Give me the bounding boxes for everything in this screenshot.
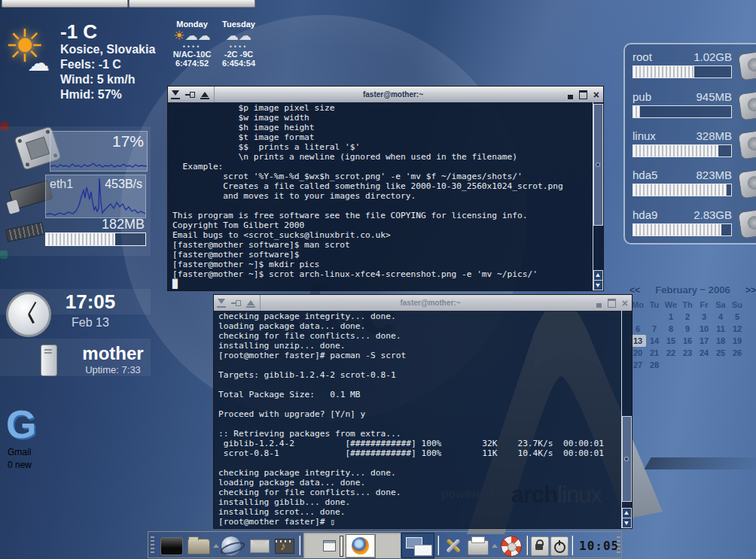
hard-disk-icon [738, 208, 756, 238]
panel-separator [437, 536, 438, 555]
day-header: Sa [712, 299, 729, 311]
calendar-cell: 5 [729, 311, 745, 323]
window-stick-button[interactable] [231, 299, 241, 306]
titlebar[interactable]: faster@mother:~ × [168, 87, 603, 103]
firefox-task-button[interactable] [346, 534, 376, 558]
window-close-button[interactable]: × [622, 298, 628, 308]
calendar-cell: 25 [712, 347, 729, 359]
disk-row-root: root 1.02GB [633, 50, 756, 64]
scroll-down-button[interactable] [622, 518, 632, 528]
window-hide-button[interactable] [568, 95, 573, 99]
window-menu-button[interactable] [171, 90, 180, 99]
titlebar-left-buttons [171, 87, 215, 102]
disk-row-pub: pub 945MB [633, 90, 756, 104]
scroll-down-button[interactable] [593, 280, 603, 290]
forecast-temps: N/AC-10C [169, 50, 215, 59]
scroll-up-button[interactable] [622, 508, 632, 518]
printer-icon[interactable] [468, 540, 489, 555]
scroll-up-button[interactable] [593, 270, 603, 281]
calendar-cell: 4 [712, 311, 729, 323]
window-title: faster@mother:~ [236, 87, 550, 102]
titlebar-left-buttons [217, 295, 261, 311]
calendar-cell [729, 359, 745, 371]
ram-usage-bar [45, 232, 146, 246]
media-launcher-icon[interactable] [275, 539, 294, 554]
lock-screen-button[interactable] [531, 536, 549, 556]
forecast-day-label: Monday [169, 20, 215, 29]
window-stick-button[interactable] [185, 91, 195, 98]
browser-launcher-icon[interactable] [221, 536, 242, 557]
workspace-pager[interactable] [401, 533, 434, 558]
panel-clock: 10:05 [579, 539, 619, 553]
network-graph: eth1 453B/s [45, 175, 146, 218]
panel-separator [572, 536, 572, 555]
calendar-cell: 12 [729, 323, 745, 335]
calendar-grid: Mo Tu We Th Fr Sa Su 1 2 3 4 5 6 7 8 9 1… [629, 299, 756, 371]
disk-row-linux: linux 328MB [633, 129, 756, 143]
window-maximize-button[interactable] [579, 90, 587, 99]
window-shade-button[interactable] [246, 298, 255, 308]
power-icon [554, 542, 565, 553]
settings-tools-icon[interactable] [444, 536, 463, 555]
mail-launcher-icon[interactable] [250, 539, 270, 553]
offscreen-window-edge-2[interactable] [129, 0, 255, 8]
disk-size: 2.83GB [694, 208, 732, 221]
desklet-date: Feb 13 [45, 316, 136, 330]
xfce-panel: 10:05 [148, 531, 622, 558]
scrollbar[interactable] [593, 102, 603, 290]
hard-disk-icon [738, 168, 756, 199]
popup-arrow-icon[interactable] [492, 544, 498, 548]
panel-handle-right[interactable] [617, 536, 620, 554]
calendar-cell: 22 [663, 347, 679, 359]
cpu-usage-value: 17% [112, 132, 144, 150]
day-header: Fr [696, 299, 712, 311]
calendar-next-button[interactable]: >> [745, 285, 756, 296]
disk-usage-bar [633, 65, 732, 78]
window-menu-button[interactable] [217, 298, 226, 308]
window-hide-button[interactable] [596, 303, 602, 308]
calendar-cell: 19 [729, 335, 745, 347]
calendar-cell: 17 [696, 335, 712, 347]
weather-cloud-icon: ☁ [27, 50, 50, 76]
hard-disk-icon [738, 90, 756, 120]
terminal-launcher-icon[interactable] [160, 537, 183, 555]
ram-usage-value: 182MB [45, 217, 145, 232]
gmail-icon[interactable]: G [6, 405, 36, 444]
offscreen-window-edge-1[interactable] [2, 0, 128, 8]
weather-location: Kosice, Slovakia [60, 42, 155, 57]
disk-usage-panel: root 1.02GB pub 945MB linux 328MB hda5 8… [623, 43, 756, 245]
disk-size: 945MB [696, 90, 732, 103]
scrollbar-thumb[interactable] [622, 416, 632, 502]
file-manager-launcher-icon[interactable] [187, 539, 210, 554]
help-lifesaver-icon[interactable] [501, 536, 522, 557]
panel-handle-left[interactable] [151, 536, 154, 554]
window-close-button[interactable]: × [593, 90, 599, 100]
window-shade-button[interactable] [200, 90, 209, 99]
popup-arrow-icon[interactable] [213, 544, 219, 548]
calendar-cell: 2 [679, 311, 696, 323]
terminal-content[interactable]: $p image pixel size $w image width $h im… [168, 102, 603, 290]
scrollbar[interactable] [621, 311, 632, 528]
scrollbar-thumb[interactable] [593, 104, 603, 226]
disk-usage-bar [633, 223, 732, 236]
minimized-window-icon[interactable] [323, 540, 336, 551]
disk-label: root [633, 50, 652, 63]
weather-wind: Wind: 5 km/h [60, 72, 155, 87]
computer-tower-icon [41, 345, 57, 376]
quit-button[interactable] [550, 536, 569, 556]
calendar-cell: 15 [663, 335, 679, 347]
calendar-cell: 16 [679, 335, 696, 347]
window-maximize-button[interactable] [608, 299, 616, 308]
calendar-cell [696, 359, 712, 371]
network-rate-value: 453B/s [105, 178, 142, 191]
iconbox-divider [340, 536, 343, 557]
calendar-cell: 3 [696, 311, 712, 323]
iconbox [303, 533, 401, 558]
titlebar[interactable]: faster@mother:~ × [214, 295, 632, 311]
calendar-cell [663, 359, 679, 371]
calendar-title: February ~ 2006 [655, 284, 730, 296]
forecast-sun-times: 6:454:54 [215, 59, 262, 68]
weather-temp: -1 C [60, 21, 155, 42]
terminal-content[interactable]: checking package integrity... done. load… [214, 311, 632, 528]
pager-window-2 [414, 545, 432, 556]
